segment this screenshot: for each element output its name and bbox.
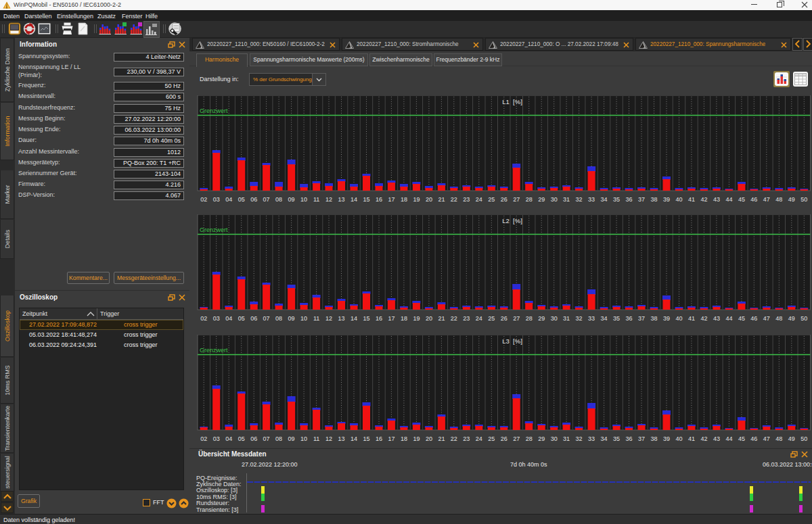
svg-text:L1 [%]: L1 [%] (502, 98, 522, 105)
svg-text:28: 28 (526, 435, 533, 442)
svg-text:25: 25 (488, 196, 495, 203)
svg-text:20: 20 (426, 435, 432, 442)
svg-text:43: 43 (713, 435, 720, 442)
svg-text:45: 45 (738, 196, 745, 203)
svg-text:37: 37 (638, 435, 645, 442)
svg-text:16: 16 (376, 315, 382, 322)
svg-text:08: 08 (275, 196, 282, 203)
svg-text:49: 49 (788, 435, 795, 442)
svg-text:21: 21 (438, 196, 445, 203)
svg-text:35: 35 (613, 196, 620, 203)
svg-text:14: 14 (351, 435, 357, 442)
svg-text:06: 06 (250, 435, 257, 442)
svg-text:48: 48 (775, 196, 782, 203)
svg-text:34: 34 (601, 315, 608, 322)
svg-text:27: 27 (513, 315, 520, 322)
svg-text:47: 47 (763, 315, 770, 322)
svg-text:35: 35 (613, 435, 620, 442)
svg-text:Grenzwert: Grenzwert (200, 108, 228, 114)
svg-text:17: 17 (388, 435, 394, 442)
svg-text:41: 41 (688, 435, 695, 442)
svg-text:49: 49 (788, 196, 795, 203)
svg-text:05: 05 (238, 196, 245, 203)
svg-text:41: 41 (688, 315, 695, 322)
svg-text:34: 34 (601, 435, 608, 442)
svg-text:37: 37 (638, 315, 645, 322)
svg-text:24: 24 (476, 315, 482, 322)
svg-text:L3 [%]: L3 [%] (502, 337, 522, 345)
svg-text:25: 25 (488, 315, 495, 322)
svg-text:06: 06 (250, 196, 257, 203)
svg-text:36: 36 (625, 196, 632, 203)
svg-text:02: 02 (200, 315, 207, 322)
svg-text:40: 40 (675, 196, 682, 203)
svg-text:37: 37 (638, 196, 645, 203)
svg-text:08: 08 (275, 435, 282, 442)
svg-text:23: 23 (463, 435, 470, 442)
svg-text:41: 41 (688, 196, 695, 203)
svg-text:30: 30 (551, 315, 558, 322)
svg-text:04: 04 (225, 315, 232, 322)
svg-text:29: 29 (538, 435, 545, 442)
svg-text:39: 39 (663, 315, 670, 322)
svg-text:18: 18 (401, 435, 407, 442)
svg-text:39: 39 (663, 196, 670, 203)
svg-text:30: 30 (551, 435, 558, 442)
svg-text:44: 44 (725, 435, 732, 442)
svg-text:13: 13 (338, 196, 344, 203)
svg-text:15: 15 (363, 315, 369, 322)
svg-text:18: 18 (401, 315, 407, 322)
svg-text:33: 33 (588, 435, 595, 442)
svg-text:23: 23 (463, 315, 470, 322)
svg-text:32: 32 (576, 435, 583, 442)
svg-text:21: 21 (438, 435, 445, 442)
svg-text:33: 33 (588, 315, 595, 322)
svg-text:44: 44 (725, 196, 732, 203)
svg-text:30: 30 (551, 196, 558, 203)
svg-text:29: 29 (538, 315, 545, 322)
svg-text:19: 19 (413, 196, 420, 203)
svg-text:46: 46 (750, 435, 757, 442)
svg-text:28: 28 (526, 196, 533, 203)
svg-text:28: 28 (526, 315, 533, 322)
svg-text:12: 12 (325, 435, 332, 442)
svg-text:48: 48 (775, 315, 782, 322)
svg-text:26: 26 (501, 315, 508, 322)
svg-text:10: 10 (300, 196, 307, 203)
svg-text:Grenzwert: Grenzwert (200, 347, 228, 354)
svg-text:42: 42 (700, 435, 707, 442)
svg-text:34: 34 (601, 196, 608, 203)
svg-text:31: 31 (563, 196, 570, 203)
svg-text:13: 13 (338, 435, 344, 442)
svg-text:05: 05 (238, 435, 245, 442)
svg-text:45: 45 (738, 315, 745, 322)
svg-text:09: 09 (288, 196, 295, 203)
svg-text:46: 46 (750, 315, 757, 322)
svg-text:12: 12 (325, 196, 332, 203)
svg-text:36: 36 (625, 435, 632, 442)
svg-text:19: 19 (413, 435, 420, 442)
svg-text:15: 15 (363, 196, 369, 203)
svg-text:42: 42 (700, 196, 707, 203)
svg-text:24: 24 (476, 435, 482, 442)
svg-text:22: 22 (451, 315, 457, 322)
svg-text:46: 46 (750, 196, 757, 203)
svg-text:07: 07 (263, 196, 270, 203)
svg-text:17: 17 (388, 315, 394, 322)
svg-text:02: 02 (200, 196, 207, 203)
svg-text:50: 50 (800, 196, 807, 203)
svg-text:38: 38 (650, 435, 657, 442)
svg-text:47: 47 (763, 196, 770, 203)
svg-text:17: 17 (388, 196, 394, 203)
svg-text:50: 50 (800, 315, 807, 322)
svg-text:15: 15 (363, 435, 369, 442)
svg-text:40: 40 (675, 435, 682, 442)
svg-text:39: 39 (663, 435, 670, 442)
svg-text:14: 14 (351, 196, 357, 203)
svg-text:13: 13 (338, 315, 344, 322)
svg-text:18: 18 (401, 196, 407, 203)
svg-text:26: 26 (501, 435, 508, 442)
svg-text:08: 08 (275, 315, 282, 322)
svg-text:22: 22 (451, 196, 457, 203)
svg-text:31: 31 (563, 435, 570, 442)
